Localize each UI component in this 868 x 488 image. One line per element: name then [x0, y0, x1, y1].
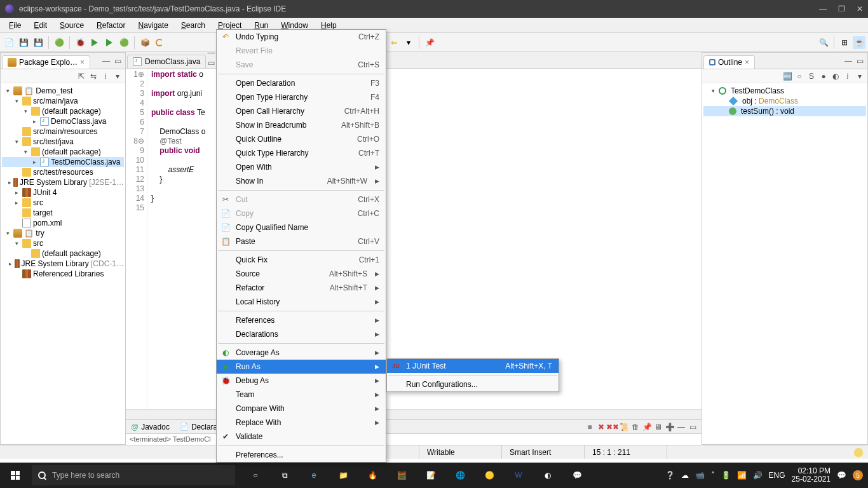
menu-edit[interactable]: Edit: [29, 19, 52, 32]
ctx-references[interactable]: References▶: [217, 313, 386, 327]
view-maximize-icon[interactable]: ▭: [112, 56, 123, 66]
editor-context-menu[interactable]: ↶Undo TypingCtrl+ZRevert FileSaveCtrl+SO…: [216, 29, 386, 463]
nav-dropdown-button[interactable]: ▾: [402, 36, 415, 49]
ctx-open-type-hierarchy[interactable]: Open Type HierarchyF4: [217, 90, 386, 104]
console-remove-icon[interactable]: ✖: [596, 422, 606, 432]
ctx-open-declaration[interactable]: Open DeclarationF3: [217, 76, 386, 90]
tree-item[interactable]: ▸src: [2, 198, 124, 208]
hide-static-icon[interactable]: S: [806, 71, 817, 81]
ctx-open-with[interactable]: Open With▶: [217, 160, 386, 174]
outline-menu-icon[interactable]: ▾: [855, 71, 865, 81]
outline-max-icon[interactable]: ▭: [855, 56, 865, 66]
task-view-icon[interactable]: ⧉: [272, 463, 297, 488]
menu-file[interactable]: File: [4, 19, 26, 32]
cortana-icon[interactable]: ○: [243, 463, 268, 488]
console-clear-icon[interactable]: 🗑: [630, 422, 641, 432]
package-explorer-tab[interactable]: Package Explo… ×: [2, 55, 90, 69]
tree-item[interactable]: ▾src/test/java: [2, 137, 124, 147]
tree-item[interactable]: ▾(default package): [2, 106, 124, 116]
search-toolbar-button[interactable]: 🔍: [817, 36, 830, 49]
java-perspective-button[interactable]: ☕: [853, 36, 865, 49]
tab-close-icon[interactable]: ×: [80, 58, 85, 67]
tree-item[interactable]: src/test/resources: [2, 167, 124, 177]
tree-item[interactable]: ▾ 📋 try: [2, 228, 124, 238]
outline-item[interactable]: testSum() : void: [703, 106, 866, 116]
explorer-icon[interactable]: 📁: [330, 463, 356, 488]
start-button[interactable]: [0, 463, 31, 488]
package-explorer-tree[interactable]: ▾ 📋 Demo_test▾src/main/java▾(default pac…: [1, 83, 125, 444]
console-removeall-icon[interactable]: ✖✖: [607, 422, 618, 432]
menu-navigate[interactable]: Navigate: [133, 19, 173, 32]
focus-icon[interactable]: ⁞: [843, 71, 853, 81]
sort-icon[interactable]: 🔤: [782, 71, 792, 81]
coverage-last-button[interactable]: 🟢: [118, 36, 130, 49]
panel-min-icon[interactable]: —: [676, 422, 686, 432]
eclipse-taskbar-icon[interactable]: ◐: [535, 463, 560, 488]
tab-close-icon[interactable]: ×: [745, 58, 749, 67]
view-menu-icon[interactable]: ▾: [112, 71, 123, 81]
hide-fields-icon[interactable]: ○: [794, 71, 804, 81]
tree-item[interactable]: target: [2, 208, 124, 218]
outline-tree[interactable]: ▾TestDemoClassobj : DemoClasstestSum() :…: [702, 83, 867, 444]
nav-back2-button[interactable]: ⇐: [388, 36, 400, 49]
editor-max-icon[interactable]: ▭: [206, 58, 216, 68]
tree-item[interactable]: pom.xml: [2, 218, 124, 228]
ctx-replace-with[interactable]: Replace With▶: [217, 416, 386, 430]
tree-item[interactable]: ▸JRE System Library [CDC-1…: [2, 259, 124, 269]
editor-h-scrollbar[interactable]: [126, 409, 702, 419]
ctx-undo-typing[interactable]: ↶Undo TypingCtrl+Z: [217, 30, 386, 44]
tree-item[interactable]: ▾ 📋 Demo_test: [2, 86, 124, 96]
focus-icon[interactable]: ⁞: [100, 71, 111, 81]
ctx-show-in-breadcrumb[interactable]: Show in BreadcrumbAlt+Shift+B: [217, 118, 386, 132]
tray-wifi-icon[interactable]: 📶: [737, 471, 747, 480]
tree-item[interactable]: ▸DemoClass.java: [2, 116, 124, 126]
ctx-team[interactable]: Team▶: [217, 388, 386, 402]
editor-tab-democlass[interactable]: DemoClass.java: [127, 55, 206, 68]
console-new-icon[interactable]: ➕: [665, 422, 675, 432]
notepad-icon[interactable]: 📝: [418, 463, 444, 488]
tree-item[interactable]: (default package): [2, 248, 124, 259]
outline-item[interactable]: ▾TestDemoClass: [703, 86, 866, 96]
tray-meet-icon[interactable]: 📹: [695, 471, 705, 480]
tree-item[interactable]: ▸TestDemoClass.java: [2, 157, 124, 167]
ctx-quick-outline[interactable]: Quick OutlineCtrl+O: [217, 132, 386, 146]
run-button[interactable]: [88, 36, 101, 49]
save-all-button[interactable]: 💾: [32, 36, 44, 49]
tree-item[interactable]: src/main/resources: [2, 126, 124, 137]
ctx-run-as[interactable]: ▶Run As▶: [217, 360, 386, 374]
new-button[interactable]: 📄: [3, 36, 15, 49]
ctx-local-history[interactable]: Local History▶: [217, 295, 386, 309]
editor-min-icon[interactable]: —: [206, 48, 216, 58]
outline-min-icon[interactable]: —: [843, 56, 853, 66]
pin-editor-button[interactable]: 📌: [423, 36, 436, 49]
tray-battery-icon[interactable]: 🔋: [721, 471, 731, 480]
collapse-all-icon[interactable]: ⇱: [76, 71, 86, 81]
word-icon[interactable]: W: [506, 463, 531, 488]
debug-button[interactable]: 🐞: [74, 36, 86, 49]
view-minimize-icon[interactable]: —: [101, 56, 111, 66]
save-button[interactable]: 💾: [17, 36, 30, 49]
ctx-quick-type-hierarchy[interactable]: Quick Type HierarchyCtrl+T: [217, 146, 386, 160]
console-scroll-icon[interactable]: 📜: [619, 422, 629, 432]
menu-refactor[interactable]: Refactor: [92, 19, 130, 32]
new-class-button[interactable]: [153, 36, 166, 49]
ctx-refactor[interactable]: RefactorAlt+Shift+T▶: [217, 281, 386, 295]
ctx-validate[interactable]: ✔Validate: [217, 430, 386, 444]
tree-item[interactable]: ▸JUnit 4: [2, 187, 124, 198]
new-package-button[interactable]: 📦: [139, 36, 151, 49]
ctx-debug-as[interactable]: 🐞Debug As▶: [217, 374, 386, 388]
code-content[interactable]: import static oimport org.junipublic cla…: [147, 69, 209, 409]
edge-icon[interactable]: 🌐: [447, 463, 473, 488]
calculator-icon[interactable]: 🧮: [389, 463, 414, 488]
taskbar-search[interactable]: Type here to search: [32, 465, 235, 485]
runas--junit-test[interactable]: JU1 JUnit TestAlt+Shift+X, T: [387, 359, 559, 373]
link-editor-icon[interactable]: ⇆: [88, 71, 98, 81]
ctx-declarations[interactable]: Declarations▶: [217, 327, 386, 341]
ctx-paste[interactable]: 📋PasteCtrl+V: [217, 234, 386, 248]
tray-chevron-icon[interactable]: ˄: [711, 471, 715, 480]
outline-tab[interactable]: Outline ×: [703, 55, 755, 69]
app2-icon[interactable]: 💬: [564, 463, 590, 488]
app1-icon[interactable]: 🔥: [360, 463, 385, 488]
outline-item[interactable]: obj : DemoClass: [703, 96, 866, 106]
tray-notifications-icon[interactable]: 💬: [837, 471, 846, 480]
